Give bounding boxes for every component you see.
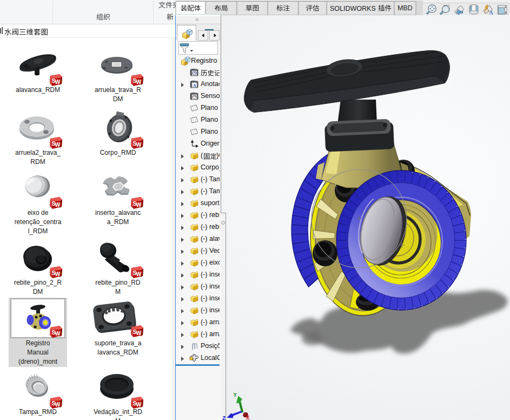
svg-text:W: W bbox=[55, 271, 61, 277]
svg-text:Z: Z bbox=[222, 415, 226, 420]
svg-text:W: W bbox=[55, 330, 61, 337]
svg-text:W: W bbox=[136, 78, 142, 85]
svg-text:W: W bbox=[136, 201, 142, 208]
svg-text:X: X bbox=[246, 415, 250, 420]
svg-text:Y: Y bbox=[234, 392, 237, 398]
svg-text:W: W bbox=[136, 141, 142, 148]
svg-text:W: W bbox=[55, 78, 61, 85]
svg-text:W: W bbox=[136, 271, 142, 277]
svg-text:W: W bbox=[136, 401, 142, 408]
svg-text:W: W bbox=[55, 141, 61, 148]
svg-text:W: W bbox=[55, 401, 61, 408]
svg-text:W: W bbox=[55, 201, 61, 208]
svg-text:W: W bbox=[136, 330, 142, 336]
